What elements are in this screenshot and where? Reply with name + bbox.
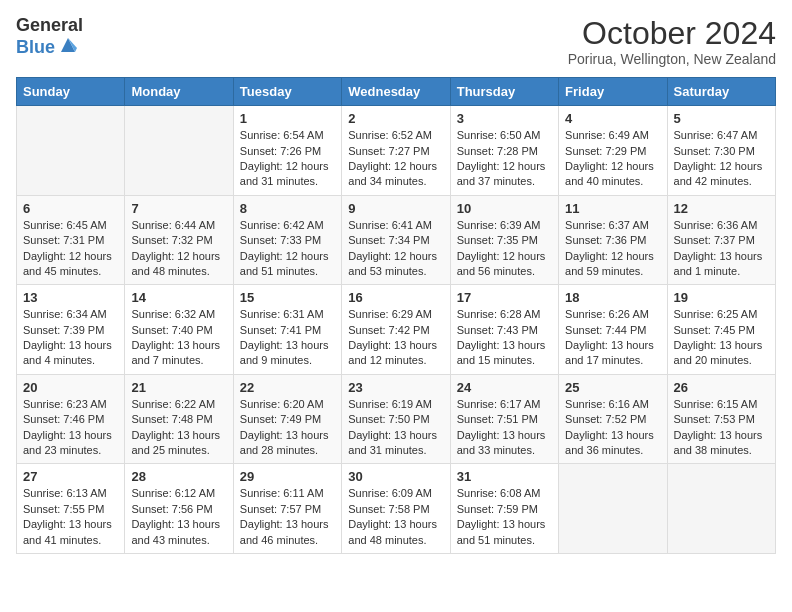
calendar-cell: 6Sunrise: 6:45 AMSunset: 7:31 PMDaylight…	[17, 195, 125, 285]
day-number: 7	[131, 201, 226, 216]
day-info: Sunset: 7:36 PM	[565, 233, 660, 248]
day-info: Daylight: 12 hours and 51 minutes.	[240, 249, 335, 280]
day-number: 21	[131, 380, 226, 395]
day-number: 24	[457, 380, 552, 395]
weekday-header: Monday	[125, 78, 233, 106]
day-info: Daylight: 12 hours and 31 minutes.	[240, 159, 335, 190]
location: Porirua, Wellington, New Zealand	[568, 51, 776, 67]
day-info: Sunset: 7:50 PM	[348, 412, 443, 427]
weekday-header: Tuesday	[233, 78, 341, 106]
day-number: 5	[674, 111, 769, 126]
day-number: 17	[457, 290, 552, 305]
day-info: Daylight: 13 hours and 33 minutes.	[457, 428, 552, 459]
calendar-cell: 12Sunrise: 6:36 AMSunset: 7:37 PMDayligh…	[667, 195, 775, 285]
day-info: Sunset: 7:52 PM	[565, 412, 660, 427]
weekday-header: Thursday	[450, 78, 558, 106]
day-info: Sunset: 7:34 PM	[348, 233, 443, 248]
day-info: Daylight: 13 hours and 43 minutes.	[131, 517, 226, 548]
title-block: October 2024 Porirua, Wellington, New Ze…	[568, 16, 776, 67]
day-info: Sunset: 7:46 PM	[23, 412, 118, 427]
day-info: Sunset: 7:35 PM	[457, 233, 552, 248]
day-info: Sunrise: 6:34 AM	[23, 307, 118, 322]
day-info: Sunrise: 6:08 AM	[457, 486, 552, 501]
calendar-cell	[17, 106, 125, 196]
day-info: Sunset: 7:44 PM	[565, 323, 660, 338]
calendar-cell: 22Sunrise: 6:20 AMSunset: 7:49 PMDayligh…	[233, 374, 341, 464]
day-info: Sunset: 7:48 PM	[131, 412, 226, 427]
day-info: Sunrise: 6:42 AM	[240, 218, 335, 233]
day-info: Sunrise: 6:47 AM	[674, 128, 769, 143]
weekday-header: Wednesday	[342, 78, 450, 106]
day-info: Daylight: 12 hours and 48 minutes.	[131, 249, 226, 280]
day-number: 10	[457, 201, 552, 216]
day-info: Daylight: 13 hours and 12 minutes.	[348, 338, 443, 369]
day-info: Daylight: 13 hours and 31 minutes.	[348, 428, 443, 459]
day-number: 30	[348, 469, 443, 484]
day-info: Sunset: 7:31 PM	[23, 233, 118, 248]
day-info: Sunrise: 6:12 AM	[131, 486, 226, 501]
day-info: Daylight: 13 hours and 48 minutes.	[348, 517, 443, 548]
calendar-cell: 16Sunrise: 6:29 AMSunset: 7:42 PMDayligh…	[342, 285, 450, 375]
calendar-cell: 30Sunrise: 6:09 AMSunset: 7:58 PMDayligh…	[342, 464, 450, 554]
day-info: Sunset: 7:45 PM	[674, 323, 769, 338]
day-info: Daylight: 13 hours and 51 minutes.	[457, 517, 552, 548]
day-number: 31	[457, 469, 552, 484]
logo-text-general: General	[16, 16, 83, 34]
day-info: Sunrise: 6:44 AM	[131, 218, 226, 233]
day-info: Sunset: 7:32 PM	[131, 233, 226, 248]
calendar-cell: 7Sunrise: 6:44 AMSunset: 7:32 PMDaylight…	[125, 195, 233, 285]
day-number: 3	[457, 111, 552, 126]
day-number: 18	[565, 290, 660, 305]
day-info: Sunrise: 6:28 AM	[457, 307, 552, 322]
day-info: Daylight: 13 hours and 36 minutes.	[565, 428, 660, 459]
calendar-table: SundayMondayTuesdayWednesdayThursdayFrid…	[16, 77, 776, 554]
day-info: Sunrise: 6:39 AM	[457, 218, 552, 233]
day-info: Sunrise: 6:29 AM	[348, 307, 443, 322]
weekday-header: Saturday	[667, 78, 775, 106]
day-number: 15	[240, 290, 335, 305]
day-number: 1	[240, 111, 335, 126]
day-info: Sunrise: 6:45 AM	[23, 218, 118, 233]
calendar-cell: 11Sunrise: 6:37 AMSunset: 7:36 PMDayligh…	[559, 195, 667, 285]
day-info: Sunrise: 6:20 AM	[240, 397, 335, 412]
calendar-cell	[667, 464, 775, 554]
day-info: Sunset: 7:57 PM	[240, 502, 335, 517]
calendar-cell	[559, 464, 667, 554]
day-number: 27	[23, 469, 118, 484]
day-number: 12	[674, 201, 769, 216]
day-info: Daylight: 13 hours and 38 minutes.	[674, 428, 769, 459]
day-info: Daylight: 13 hours and 41 minutes.	[23, 517, 118, 548]
day-info: Daylight: 13 hours and 20 minutes.	[674, 338, 769, 369]
day-info: Daylight: 13 hours and 17 minutes.	[565, 338, 660, 369]
day-number: 13	[23, 290, 118, 305]
day-info: Sunset: 7:26 PM	[240, 144, 335, 159]
calendar-cell: 18Sunrise: 6:26 AMSunset: 7:44 PMDayligh…	[559, 285, 667, 375]
calendar-cell: 4Sunrise: 6:49 AMSunset: 7:29 PMDaylight…	[559, 106, 667, 196]
calendar-cell: 8Sunrise: 6:42 AMSunset: 7:33 PMDaylight…	[233, 195, 341, 285]
day-info: Sunset: 7:37 PM	[674, 233, 769, 248]
day-info: Sunrise: 6:26 AM	[565, 307, 660, 322]
day-info: Sunset: 7:40 PM	[131, 323, 226, 338]
day-info: Daylight: 12 hours and 53 minutes.	[348, 249, 443, 280]
day-number: 14	[131, 290, 226, 305]
day-number: 20	[23, 380, 118, 395]
day-info: Daylight: 12 hours and 59 minutes.	[565, 249, 660, 280]
day-info: Sunset: 7:56 PM	[131, 502, 226, 517]
logo-icon	[57, 34, 79, 60]
day-info: Sunrise: 6:41 AM	[348, 218, 443, 233]
day-number: 26	[674, 380, 769, 395]
day-info: Daylight: 13 hours and 25 minutes.	[131, 428, 226, 459]
day-info: Daylight: 12 hours and 34 minutes.	[348, 159, 443, 190]
calendar-cell: 10Sunrise: 6:39 AMSunset: 7:35 PMDayligh…	[450, 195, 558, 285]
day-number: 8	[240, 201, 335, 216]
day-info: Sunset: 7:39 PM	[23, 323, 118, 338]
day-number: 19	[674, 290, 769, 305]
month-title: October 2024	[568, 16, 776, 51]
day-number: 28	[131, 469, 226, 484]
calendar-cell: 28Sunrise: 6:12 AMSunset: 7:56 PMDayligh…	[125, 464, 233, 554]
day-info: Sunrise: 6:22 AM	[131, 397, 226, 412]
day-info: Sunrise: 6:49 AM	[565, 128, 660, 143]
calendar-cell: 20Sunrise: 6:23 AMSunset: 7:46 PMDayligh…	[17, 374, 125, 464]
day-info: Daylight: 12 hours and 37 minutes.	[457, 159, 552, 190]
calendar-cell: 3Sunrise: 6:50 AMSunset: 7:28 PMDaylight…	[450, 106, 558, 196]
